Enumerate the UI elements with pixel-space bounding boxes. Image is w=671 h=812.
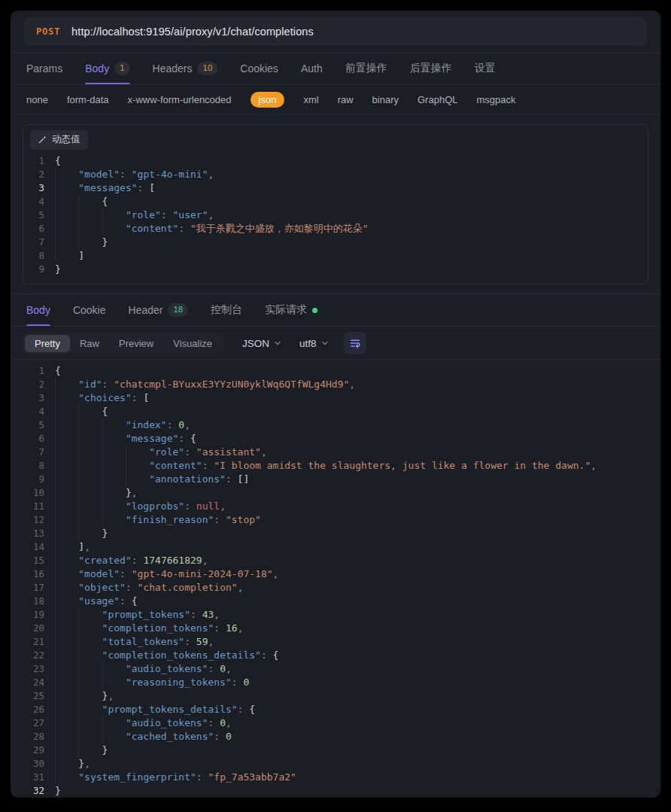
line-number: 24 [23,676,44,689]
indent-guide [55,222,78,236]
code-line: 4{ [23,195,648,208]
format-dropdown[interactable]: JSON [242,338,281,349]
indent-guide [102,473,126,486]
code-line-content: "finish_reason": "stop" [55,513,261,527]
code-line-content: "audio_tokens": 0, [55,716,232,730]
code-line: 18"usage": { [23,595,660,608]
line-number: 21 [23,635,44,649]
line-number: 1 [23,364,44,378]
line-number: 3 [23,391,44,405]
body-type-msgpack[interactable]: msgpack [476,94,515,105]
tab-post-operations-label: 后置操作 [410,62,452,75]
code-line-content: "object": "chat.completion", [55,581,243,595]
line-number: 10 [23,486,44,500]
tab-headers[interactable]: Headers10 [153,53,218,84]
chevron-down-icon [321,339,329,347]
word-wrap-button[interactable] [344,332,366,354]
indent-guide [78,689,102,703]
code-line-content: } [55,784,61,798]
indent-guide [55,391,78,405]
indent-guide [55,513,78,527]
view-mode-visualize[interactable]: Visualize [163,335,222,352]
indent-guide [55,181,78,195]
tab-settings-label: 设置 [475,62,496,75]
tab-post-operations[interactable]: 后置操作 [410,53,452,84]
tab-response-header[interactable]: Header18 [129,294,189,326]
request-body-editor[interactable]: 动态值 1{2"model": "gpt-4o-mini",3"messages… [23,124,648,284]
body-type-x-www-form-urlencoded[interactable]: x-www-form-urlencoded [128,94,232,105]
indent-guide [78,405,102,418]
indent-guide [55,554,78,567]
response-section: BodyCookieHeader18控制台实际请求 PrettyRawPrevi… [11,293,660,798]
body-type-graphql[interactable]: GraphQL [417,94,457,105]
response-code-area[interactable]: 1{2"id": "chatcmpl-BYuxxE3YYzUN0yklWq6QT… [11,360,660,798]
line-number: 20 [23,622,44,635]
code-line: 9} [23,263,648,276]
code-line-content: } [55,744,108,757]
tab-cookies[interactable]: Cookies [240,53,278,84]
code-line-content: }, [55,486,138,500]
url-input[interactable]: POST http://localhost:9195/ai/proxy/v1/c… [24,17,647,46]
code-line: 30}, [23,757,660,771]
view-mode-preview[interactable]: Preview [109,335,163,352]
line-number: 26 [23,703,44,716]
view-mode-raw[interactable]: Raw [70,335,109,352]
line-number: 1 [23,154,44,168]
code-line: 27"audio_tokens": 0, [23,716,660,730]
tab-params[interactable]: Params [26,53,62,84]
indent-guide [55,378,78,391]
tab-response-cookie[interactable]: Cookie [73,294,106,326]
indent-guide [55,662,78,676]
line-number: 17 [23,581,44,595]
tab-response-header-label: Header [129,304,163,316]
body-type-xml[interactable]: xml [303,94,318,105]
tab-pre-operations[interactable]: 前置操作 [345,53,387,84]
view-mode-pretty[interactable]: Pretty [25,335,70,352]
line-number: 28 [23,730,44,744]
line-number: 31 [23,771,44,784]
request-code-area[interactable]: 1{2"model": "gpt-4o-mini",3"messages": [… [23,151,648,284]
tab-console[interactable]: 控制台 [211,294,242,326]
tab-settings[interactable]: 设置 [475,53,496,84]
code-line-content: "choices": [ [55,391,149,405]
indent-guide [126,459,149,473]
body-type-form-data[interactable]: form-data [67,94,109,105]
line-number: 9 [23,473,44,486]
tab-response-body[interactable]: Body [26,294,50,326]
tab-headers-badge: 10 [197,62,217,75]
indent-guide [55,527,78,540]
indent-guide [55,195,78,208]
indent-guide [126,473,149,486]
code-line-content: "audio_tokens": 0, [55,662,232,676]
code-line: 26"prompt_tokens_details": { [23,703,660,716]
code-line-content: "role": "user", [55,208,214,222]
format-dropdown-value: JSON [242,338,269,349]
indent-guide [55,432,78,446]
tab-auth[interactable]: Auth [301,53,323,84]
line-number: 2 [23,168,44,181]
body-type-none[interactable]: none [26,94,48,105]
indent-guide [55,540,78,554]
status-dot [312,308,317,313]
encoding-dropdown[interactable]: utf8 [299,338,329,349]
indent-guide [78,222,102,236]
tab-body[interactable]: Body1 [85,53,129,84]
line-number: 15 [23,554,44,567]
view-mode-switcher: PrettyRawPreviewVisualize [23,333,224,354]
indent-guide [102,676,126,689]
code-line: 7"role": "assistant", [23,446,660,459]
body-type-binary[interactable]: binary [372,94,399,105]
tab-response-cookie-label: Cookie [73,304,106,316]
tab-params-label: Params [26,62,62,75]
code-line-content: "content": "I bloom amidst the slaughter… [55,459,597,473]
tab-actual-request[interactable]: 实际请求 [265,294,317,326]
body-type-json[interactable]: json [250,92,285,108]
code-line: 11"logprobs": null, [23,500,660,513]
body-type-raw[interactable]: raw [338,94,354,105]
dynamic-value-button[interactable]: 动态值 [30,130,88,150]
code-line-content: "usage": { [55,595,138,608]
dynamic-value-label: 动态值 [52,133,80,146]
indent-guide [55,622,78,635]
indent-guide [55,595,78,608]
code-line-content: "messages": [ [55,181,155,195]
